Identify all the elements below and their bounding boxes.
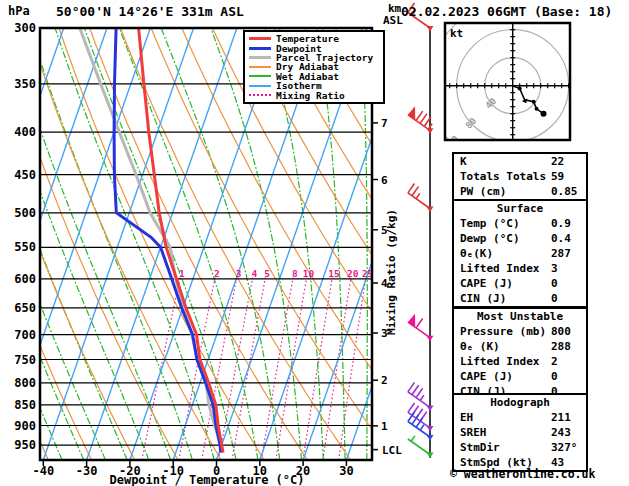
run-datetime: 02.02.2023 06GMT (Base: 18) bbox=[401, 4, 612, 19]
svg-text:5: 5 bbox=[264, 268, 270, 279]
hodograph: 4080120kt bbox=[429, 2, 597, 170]
table-row: Temp (°C)0.9 bbox=[454, 216, 586, 231]
table-row: StmDir327° bbox=[454, 440, 586, 455]
svg-text:2: 2 bbox=[381, 374, 388, 387]
svg-text:1: 1 bbox=[381, 420, 388, 433]
hodograph-stats-table: Hodograph EH211 SREH243 StmDir327° StmSp… bbox=[452, 393, 588, 472]
isotherm-line-swatch bbox=[249, 85, 271, 87]
svg-text:20: 20 bbox=[347, 268, 359, 279]
svg-text:400: 400 bbox=[14, 125, 36, 139]
wind-barb-staff bbox=[408, 3, 434, 458]
indices-table: K22 Totals Totals59 PW (cm)0.85 bbox=[452, 152, 588, 201]
legend: Temperature Dewpoint Parcel Trajectory D… bbox=[243, 30, 385, 104]
svg-text:500: 500 bbox=[14, 206, 36, 220]
svg-text:700: 700 bbox=[14, 328, 36, 342]
surface-table: Surface Temp (°C)0.9 Dewp (°C)0.4 θₑ(K)2… bbox=[452, 199, 588, 308]
svg-text:2: 2 bbox=[214, 268, 220, 279]
svg-text:950: 950 bbox=[14, 438, 36, 452]
svg-text:900: 900 bbox=[14, 419, 36, 433]
svg-text:-30: -30 bbox=[76, 464, 98, 478]
svg-text:3: 3 bbox=[236, 268, 242, 279]
dewpoint-line-swatch bbox=[249, 47, 271, 50]
svg-text:4: 4 bbox=[252, 268, 258, 279]
svg-text:-40: -40 bbox=[32, 464, 54, 478]
table-row: SREH243 bbox=[454, 425, 586, 440]
table-row: Lifted Index2 bbox=[454, 354, 586, 369]
temperature-line-swatch bbox=[249, 37, 271, 40]
legend-item-mixing-ratio: Mixing Ratio bbox=[249, 90, 383, 99]
svg-text:800: 800 bbox=[14, 376, 36, 390]
svg-text:LCL: LCL bbox=[382, 444, 402, 457]
parcel-line-swatch bbox=[249, 56, 271, 59]
svg-text:450: 450 bbox=[14, 168, 36, 182]
table-row: EH211 bbox=[454, 410, 586, 425]
wet-adiabat-line-swatch bbox=[249, 75, 271, 77]
dry-adiabat-line-swatch bbox=[249, 66, 271, 68]
table-row: Pressure (mb)800 bbox=[454, 324, 586, 339]
svg-text:350: 350 bbox=[14, 77, 36, 91]
surface-table-title: Surface bbox=[454, 201, 586, 216]
svg-text:Dewpoint / Temperature (°C): Dewpoint / Temperature (°C) bbox=[109, 473, 304, 486]
legend-item-isotherm: Isotherm bbox=[249, 81, 383, 90]
svg-text:Mixing Ratio (g/kg): Mixing Ratio (g/kg) bbox=[385, 209, 398, 335]
station-title: 50°00'N 14°26'E 331m ASL bbox=[56, 4, 244, 19]
svg-text:8: 8 bbox=[292, 268, 298, 279]
hodograph-table-title: Hodograph bbox=[454, 395, 586, 410]
table-row: K22 bbox=[454, 154, 586, 169]
table-row: Dewp (°C)0.4 bbox=[454, 231, 586, 246]
svg-text:15: 15 bbox=[328, 268, 340, 279]
svg-text:850: 850 bbox=[14, 398, 36, 412]
legend-item-temperature: Temperature bbox=[249, 34, 383, 43]
mixing-ratio-line-swatch bbox=[249, 94, 271, 96]
table-row: PW (cm)0.85 bbox=[454, 184, 586, 199]
svg-text:30: 30 bbox=[339, 464, 353, 478]
svg-text:6: 6 bbox=[381, 174, 388, 187]
svg-text:600: 600 bbox=[14, 272, 36, 286]
svg-text:kt: kt bbox=[450, 27, 463, 40]
pressure-axis-unit: hPa bbox=[8, 4, 30, 18]
most-unstable-table-title: Most Unstable bbox=[454, 309, 586, 324]
table-row: Lifted Index3 bbox=[454, 261, 586, 276]
svg-text:1: 1 bbox=[179, 268, 185, 279]
svg-text:750: 750 bbox=[14, 353, 36, 367]
table-row: Totals Totals59 bbox=[454, 169, 586, 184]
table-row: CIN (J)0 bbox=[454, 291, 586, 306]
svg-text:650: 650 bbox=[14, 301, 36, 315]
svg-text:550: 550 bbox=[14, 240, 36, 254]
table-row: θₑ(K)287 bbox=[454, 246, 586, 261]
most-unstable-table: Most Unstable Pressure (mb)800 θₑ (K)288… bbox=[452, 307, 588, 401]
svg-text:10: 10 bbox=[303, 268, 315, 279]
sounding-page: 1234581015202530035040045050055060065070… bbox=[0, 0, 629, 486]
svg-text:300: 300 bbox=[14, 21, 36, 35]
svg-text:7: 7 bbox=[381, 117, 388, 130]
table-row: CAPE (J)0 bbox=[454, 276, 586, 291]
copyright-credit: © weatheronline.co.uk bbox=[450, 467, 586, 481]
table-row: θₑ (K)288 bbox=[454, 339, 586, 354]
table-row: CAPE (J)0 bbox=[454, 369, 586, 384]
